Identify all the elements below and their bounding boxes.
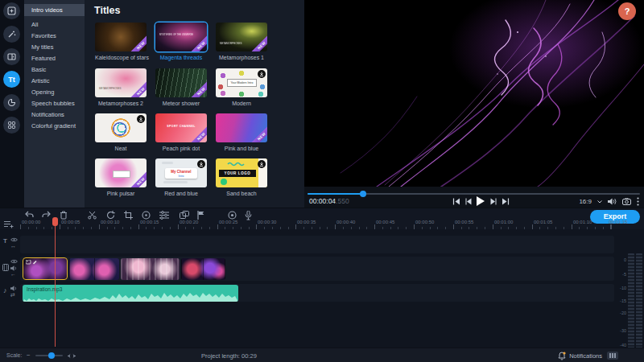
timeline-tracks: T ↔ ← ♪ ⇄ xyxy=(0,229,644,348)
snapshot-camera-icon[interactable] xyxy=(622,198,631,205)
split-scissors-button[interactable] xyxy=(88,211,97,220)
title-tile-peach-pink-dot[interactable]: SPORT CHANNEL NEW Peach pink dot xyxy=(155,113,207,151)
delete-button[interactable] xyxy=(60,211,68,220)
new-badge: NEW xyxy=(189,79,207,97)
category-featured[interactable]: Featured xyxy=(24,53,85,64)
color-adjustments-button[interactable] xyxy=(142,211,151,220)
playhead-handle[interactable] xyxy=(52,217,58,226)
title-tile-sand-beach[interactable]: YOUR LOGO Sand beach xyxy=(216,158,267,196)
category-speech-bubbles[interactable]: Speech bubbles xyxy=(24,98,85,109)
previous-frame-button[interactable] xyxy=(465,198,473,205)
fit-to-project-icon[interactable] xyxy=(68,353,76,359)
zoom-out-icon[interactable]: − xyxy=(27,352,31,359)
scale-slider-handle[interactable] xyxy=(48,352,55,359)
more-tools-button[interactable] xyxy=(3,117,20,134)
title-tile-red-and-blue[interactable]: My Channel Intro Red and blue xyxy=(155,158,207,196)
audio-track-mute-icon[interactable] xyxy=(10,286,18,291)
video-clip[interactable] xyxy=(69,258,119,280)
download-icon[interactable] xyxy=(258,160,266,168)
title-tile-meteor-shower[interactable]: NEW Meteor shower xyxy=(155,68,207,106)
new-badge: NEW xyxy=(129,169,147,187)
more-options-icon[interactable] xyxy=(637,197,639,206)
next-frame-button[interactable] xyxy=(489,198,497,205)
title-thumbnail[interactable]: Your Modern Intro xyxy=(216,68,267,97)
video-track-visibility-icon[interactable] xyxy=(10,259,18,264)
import-media-button[interactable] xyxy=(3,2,20,19)
scale-slider[interactable] xyxy=(35,355,63,356)
title-tile-kaleidoscope-of-stars[interactable]: NEW Kaleidoscope of stars xyxy=(95,23,147,60)
timeline-ruler[interactable]: 00:00:00 00:00:05 00:00:10 00:00:15 00:0… xyxy=(0,220,614,229)
transitions-button[interactable] xyxy=(3,48,20,65)
category-opening[interactable]: Opening xyxy=(24,87,85,98)
title-tile-magenta-threads[interactable]: MYSTERIES OF THE UNIVERSE NEW Magenta th… xyxy=(155,23,207,60)
category-my-titles[interactable]: My titles xyxy=(24,42,85,53)
video-clip[interactable] xyxy=(121,258,180,280)
video-track-mute-icon[interactable] xyxy=(10,265,18,271)
title-thumbnail[interactable]: YOUR LOGO xyxy=(216,158,267,187)
rotate-button[interactable] xyxy=(106,211,115,220)
download-icon[interactable] xyxy=(258,70,266,78)
title-tile-modern[interactable]: Your Modern Intro Modern xyxy=(216,68,267,106)
transitions-icon xyxy=(7,52,16,61)
title-thumbnail[interactable]: METAMORPHOSES NEW xyxy=(216,23,267,51)
add-media-icon xyxy=(7,6,16,15)
seek-handle[interactable] xyxy=(360,191,366,197)
title-thumbnail[interactable] xyxy=(95,113,147,142)
current-time: 00:00:04.550 xyxy=(309,197,349,205)
titles-button[interactable]: Tt xyxy=(3,71,20,88)
filters-button[interactable] xyxy=(3,26,20,43)
download-icon[interactable] xyxy=(137,115,145,123)
overlay-clip-button[interactable] xyxy=(180,211,189,219)
chevron-down-icon[interactable] xyxy=(597,200,602,204)
crop-button[interactable] xyxy=(124,211,133,220)
skip-to-start-button[interactable] xyxy=(452,198,460,205)
title-thumbnail[interactable]: NEW xyxy=(155,68,207,97)
record-video-button[interactable] xyxy=(228,211,237,220)
title-track-visibility-icon[interactable] xyxy=(10,237,18,242)
redo-button[interactable] xyxy=(42,211,52,219)
help-button[interactable]: ? xyxy=(618,2,636,20)
title-tile-metamorphoses-2[interactable]: METAMORPHOSES NEW Metamorphoses 2 xyxy=(95,68,147,106)
category-artistic[interactable]: Artistic xyxy=(24,76,85,87)
category-all[interactable]: All xyxy=(24,19,85,31)
category-notifications[interactable]: Notifications xyxy=(24,109,85,121)
title-thumbnail[interactable]: My Channel Intro xyxy=(155,158,207,187)
notifications-button[interactable]: Notifications xyxy=(558,352,602,360)
titles-icon: Tt xyxy=(8,76,15,84)
title-thumbnail[interactable]: NEW xyxy=(95,23,147,51)
play-button[interactable] xyxy=(476,196,485,206)
title-track[interactable] xyxy=(20,236,614,253)
marker-flag-button[interactable] xyxy=(197,211,204,220)
stickers-button[interactable] xyxy=(3,94,20,111)
add-track-icon[interactable] xyxy=(4,220,14,228)
clip-properties-button[interactable] xyxy=(159,211,169,220)
title-track-link-icon[interactable]: ↔ xyxy=(10,243,16,249)
title-thumbnail[interactable]: SPORT CHANNEL NEW xyxy=(155,113,207,142)
video-track-arrow-icon[interactable]: ← xyxy=(10,271,16,277)
title-tile-neat[interactable]: Neat xyxy=(95,113,147,151)
category-basic[interactable]: Basic xyxy=(24,64,85,76)
title-tile-pink-pulsar[interactable]: NEW Pink pulsar xyxy=(95,158,147,196)
category-colorful-gradient[interactable]: Colorful gradient xyxy=(24,121,85,132)
title-tile-pink-and-blue[interactable]: NEW Pink and blue xyxy=(216,113,267,151)
seek-bar[interactable] xyxy=(308,193,640,195)
selected-title-clip[interactable] xyxy=(23,257,68,280)
new-badge: NEW xyxy=(129,33,147,51)
category-intro-videos[interactable]: Intro videos xyxy=(24,4,85,16)
video-clip[interactable] xyxy=(181,258,225,280)
audio-track-shuffle-icon[interactable]: ⇄ xyxy=(10,292,15,298)
layout-panes-icon[interactable] xyxy=(607,352,618,360)
category-favorites[interactable]: Favorites xyxy=(24,31,85,42)
video-preview: ? 00:00:04.550 16:9 xyxy=(304,0,644,208)
aspect-ratio-select[interactable]: 16:9 xyxy=(579,198,592,205)
undo-button[interactable] xyxy=(24,211,34,219)
skip-to-end-button[interactable] xyxy=(502,198,510,205)
title-thumbnail[interactable]: NEW xyxy=(95,158,147,187)
title-tile-metamorphoses-1[interactable]: METAMORPHOSES NEW Metamorphoses 1 xyxy=(216,23,267,60)
title-thumbnail-selected[interactable]: MYSTERIES OF THE UNIVERSE NEW xyxy=(155,23,207,51)
download-icon[interactable] xyxy=(197,160,205,168)
playhead-line[interactable] xyxy=(55,218,56,347)
title-thumbnail[interactable]: NEW xyxy=(216,113,267,142)
volume-icon[interactable] xyxy=(608,198,617,205)
title-thumbnail[interactable]: METAMORPHOSES NEW xyxy=(95,68,147,97)
